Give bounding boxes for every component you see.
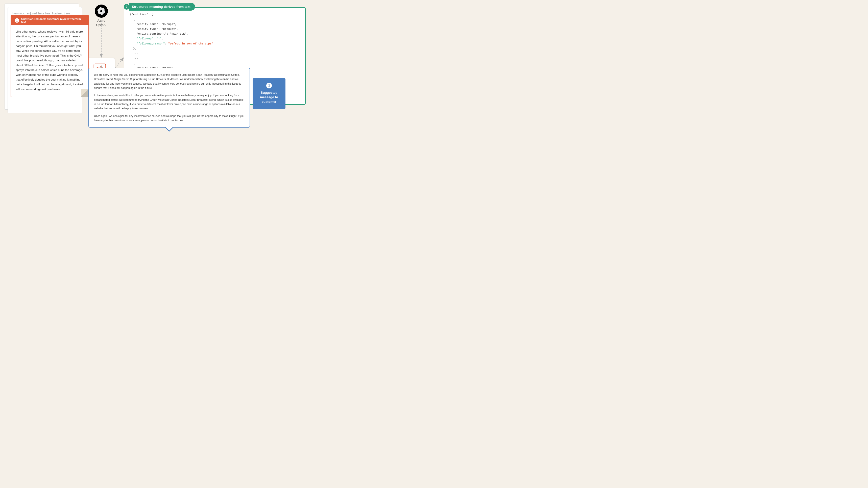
json-card-title: Structured meaning derived from text	[129, 3, 195, 10]
azure-openai-logo: AzureOpenAI	[95, 4, 108, 27]
badge-2: 2	[124, 4, 129, 9]
badge-3: 3	[266, 83, 272, 88]
azure-label: AzureOpenAI	[96, 19, 106, 27]
suggested-label: 3 Suggested message to customer	[253, 78, 285, 109]
svg-line-5	[115, 58, 123, 68]
review-card-header: 1 Unstructured data: customer review fre…	[11, 16, 88, 25]
message-paragraph-2: In the meantime, we would like to offer …	[94, 93, 245, 111]
azure-logo-icon	[95, 4, 108, 18]
message-card: We are sorry to hear that you experience…	[88, 68, 250, 127]
review-text: Like other users, whose reviews I wish I…	[16, 30, 84, 91]
review-card-body: Like other users, whose reviews I wish I…	[11, 25, 88, 97]
message-paragraph-1: We are sorry to hear that you experience…	[94, 73, 245, 90]
review-card-title: Unstructured data: customer review freef…	[21, 18, 85, 24]
message-paragraph-3: Once again, we apologize for any inconve…	[94, 114, 245, 123]
svg-point-0	[100, 10, 102, 12]
badge-1: 1	[14, 18, 19, 23]
review-card: 1 Unstructured data: customer review fre…	[10, 15, 89, 97]
suggested-label-text: Suggested message to customer	[256, 90, 282, 104]
json-card-header: 2 Structured meaning derived from text	[124, 3, 195, 10]
